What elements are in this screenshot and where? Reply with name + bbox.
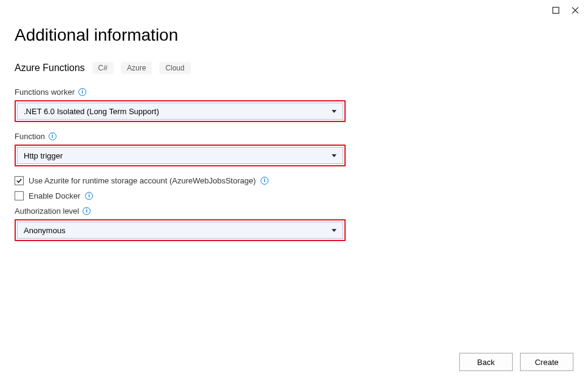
authorization-level-highlight: Anonymous [15, 219, 346, 241]
svg-rect-0 [553, 7, 559, 13]
functions-worker-label: Functions worker [15, 87, 75, 97]
functions-worker-label-row: Functions worker i [15, 87, 573, 97]
page-title: Additional information [15, 26, 573, 45]
tag-cloud: Cloud [159, 62, 190, 74]
authorization-level-dropdown[interactable]: Anonymous [17, 222, 343, 239]
authorization-level-value: Anonymous [24, 226, 66, 235]
info-icon[interactable]: i [49, 132, 56, 140]
enable-docker-row: Enable Docker i [15, 191, 573, 200]
tag-csharp: C# [92, 62, 114, 74]
enable-docker-label: Enable Docker [29, 191, 80, 200]
chevron-down-icon [332, 110, 337, 113]
functions-worker-dropdown[interactable]: .NET 6.0 Isolated (Long Term Support) [17, 103, 343, 120]
functions-worker-value: .NET 6.0 Isolated (Long Term Support) [24, 107, 159, 116]
create-button[interactable]: Create [520, 353, 573, 371]
info-icon[interactable]: i [83, 207, 91, 215]
function-label-row: Function i [15, 132, 573, 141]
function-label: Function [15, 132, 45, 141]
function-dropdown[interactable]: Http trigger [17, 147, 343, 164]
use-azurite-label: Use Azurite for runtime storage account … [29, 176, 256, 185]
info-icon[interactable]: i [261, 177, 268, 185]
main-content: Additional information Azure Functions C… [0, 0, 588, 241]
function-highlight: Http trigger [15, 145, 346, 166]
authorization-level-label-row: Authorization level i [15, 206, 573, 216]
project-type-label: Azure Functions [15, 63, 85, 73]
authorization-level-label: Authorization level [15, 206, 79, 216]
maximize-button[interactable] [552, 6, 560, 15]
functions-worker-highlight: .NET 6.0 Isolated (Long Term Support) [15, 100, 346, 122]
back-button[interactable]: Back [459, 353, 513, 371]
use-azurite-row: Use Azurite for runtime storage account … [15, 176, 573, 185]
enable-docker-checkbox[interactable] [15, 191, 24, 200]
footer: Back Create [459, 353, 573, 371]
info-icon[interactable]: i [78, 88, 86, 96]
close-button[interactable] [571, 6, 579, 15]
subtitle-row: Azure Functions C# Azure Cloud [15, 62, 573, 74]
window-titlebar [543, 0, 588, 21]
chevron-down-icon [332, 229, 337, 232]
chevron-down-icon [332, 154, 337, 157]
use-azurite-checkbox[interactable] [15, 176, 24, 185]
info-icon[interactable]: i [85, 192, 93, 200]
tag-azure: Azure [121, 62, 152, 74]
function-value: Http trigger [24, 151, 63, 160]
